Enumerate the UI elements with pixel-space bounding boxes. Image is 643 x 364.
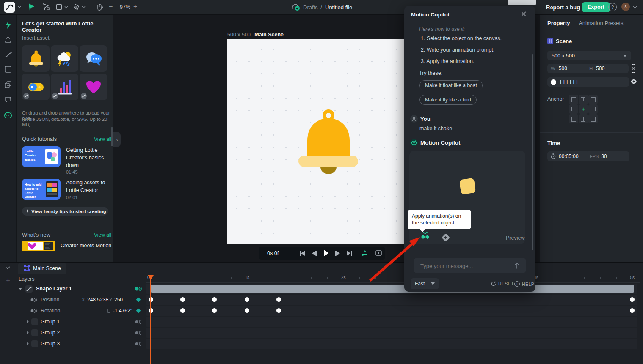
background-color-field[interactable]: FFFFFF xyxy=(547,77,629,87)
property-name[interactable]: Rotation xyxy=(41,308,61,314)
tutorial-title-l1[interactable]: Adding assets to xyxy=(66,180,105,186)
group-expand-arrow-icon[interactable] xyxy=(26,342,29,345)
group-name[interactable]: Group 2 xyxy=(41,330,60,336)
scene-canvas[interactable] xyxy=(227,39,433,244)
tutorial-title-l1[interactable]: Getting Lottie xyxy=(66,147,97,153)
pen-tool-chevron-icon[interactable] xyxy=(82,6,86,8)
zoom-out-button[interactable]: − xyxy=(109,3,113,11)
group-expand-arrow-icon[interactable] xyxy=(26,331,29,334)
easing-curve-icon[interactable] xyxy=(5,52,12,58)
shape-tool-chevron-icon[interactable] xyxy=(64,6,68,8)
link-dimensions-icon[interactable] xyxy=(631,64,636,73)
anchor-middle-right[interactable] xyxy=(588,104,598,114)
tutorial-title-l3[interactable]: down xyxy=(66,162,79,168)
file-name[interactable]: Untitled file xyxy=(325,4,352,11)
position-x-value[interactable]: 248.5238 xyxy=(87,297,108,303)
tab-main-scene[interactable]: Main Scene xyxy=(18,263,66,274)
asset-tile-chat[interactable] xyxy=(80,45,107,72)
tab-property[interactable]: Property xyxy=(547,20,570,26)
duplicate-scene-icon[interactable] xyxy=(5,81,12,88)
track-group-3[interactable] xyxy=(146,339,637,349)
anchor-bottom-left[interactable] xyxy=(569,114,578,123)
property-name[interactable]: Position xyxy=(41,297,59,303)
keyframe-diamond-icon[interactable] xyxy=(135,308,141,314)
position-y-value[interactable]: 250 xyxy=(114,297,123,303)
group-name[interactable]: Group 3 xyxy=(41,341,60,347)
add-layer-button[interactable]: + xyxy=(4,276,12,284)
anchor-bottom-center[interactable] xyxy=(579,114,588,123)
breadcrumb-drafts[interactable]: Drafts xyxy=(303,4,318,11)
node-select-tool-icon[interactable] xyxy=(43,3,50,11)
copilot-launcher-partial[interactable] xyxy=(508,0,536,5)
layer-name[interactable]: Shape Layer 1 xyxy=(36,286,72,292)
suggestion-chip-fly[interactable]: Make it fly like a bird xyxy=(419,95,477,105)
tab-animation-presets[interactable]: Animation Presets xyxy=(579,20,624,26)
message-input[interactable] xyxy=(414,258,526,273)
export-button[interactable]: Export xyxy=(582,2,610,12)
skip-start-button[interactable] xyxy=(299,250,305,256)
preview-link[interactable]: Preview xyxy=(506,235,524,241)
asset-tile-toggle[interactable] xyxy=(22,74,50,100)
pen-tool-icon[interactable] xyxy=(73,3,80,11)
report-bug-link[interactable]: Report a bug xyxy=(546,4,580,11)
tutorial-thumbnail[interactable]: How to add assets to Lottie Creator xyxy=(22,179,61,200)
help-button-copilot[interactable]: i HELP xyxy=(514,281,534,287)
layer-animate-toggle-on[interactable] xyxy=(135,287,142,291)
avatar[interactable]: s xyxy=(621,3,630,11)
visibility-eye-icon[interactable] xyxy=(630,79,637,84)
zoom-level[interactable]: 97% xyxy=(120,4,130,10)
group-expand-arrow-icon[interactable] xyxy=(26,320,29,323)
layer-animate-toggle-off[interactable] xyxy=(135,320,142,324)
get-started-icon[interactable] xyxy=(5,21,11,29)
track-position[interactable] xyxy=(146,295,637,305)
app-logo[interactable] xyxy=(4,2,15,13)
asset-tile-bar-chart[interactable] xyxy=(51,74,78,100)
layer-expand-arrow-icon[interactable] xyxy=(19,287,22,290)
fps-field[interactable]: FPS 30 xyxy=(586,151,629,161)
anchor-top-right[interactable] xyxy=(588,95,598,104)
scene-name-label[interactable]: Main Scene xyxy=(254,32,284,38)
anchor-middle-left[interactable] xyxy=(569,104,578,114)
anchor-center[interactable]: + xyxy=(579,104,588,114)
logo-menu-chevron-icon[interactable] xyxy=(17,5,22,8)
timeline-collapse-chevron-icon[interactable] xyxy=(5,266,10,270)
select-tool-icon[interactable] xyxy=(28,3,35,11)
suggestion-chip-float[interactable]: Make it float like a boat xyxy=(419,80,483,90)
asset-tile-bell[interactable] xyxy=(22,45,50,72)
shape-tool-icon[interactable] xyxy=(56,4,62,10)
group-name[interactable]: Group 1 xyxy=(41,319,60,325)
text-tool-icon[interactable] xyxy=(5,66,11,73)
size-preset-dropdown[interactable]: 500 x 500 xyxy=(547,51,631,60)
hand-tool-icon[interactable] xyxy=(96,3,103,11)
comments-icon[interactable] xyxy=(5,96,12,104)
account-chevron-icon[interactable] xyxy=(633,6,637,9)
rotation-value[interactable]: -1.4762° xyxy=(113,308,132,314)
layer-animate-toggle-off[interactable] xyxy=(135,331,142,335)
close-icon[interactable] xyxy=(521,11,526,16)
tutorial-title-l2[interactable]: Creator's basics xyxy=(66,155,104,161)
width-field[interactable]: W 500 xyxy=(547,64,590,73)
tutorial-thumbnail[interactable]: Lottie Creator Basics xyxy=(22,146,61,167)
track-rotation[interactable] xyxy=(146,306,637,316)
zoom-in-button[interactable]: + xyxy=(133,3,137,11)
track-group-2[interactable] xyxy=(146,328,637,338)
whats-new-thumbnail[interactable] xyxy=(22,241,55,251)
whats-new-item-title[interactable]: Creator meets Motion xyxy=(61,243,111,249)
sidebar-collapse-handle[interactable]: ‹ xyxy=(113,132,121,147)
track-group-1[interactable] xyxy=(146,317,637,327)
step-back-button[interactable] xyxy=(311,250,317,256)
send-icon[interactable] xyxy=(514,262,520,269)
reset-button[interactable]: RESET xyxy=(491,281,514,286)
anchor-top-left[interactable] xyxy=(569,95,578,104)
layer-animate-toggle-off[interactable] xyxy=(135,342,142,346)
duration-field[interactable]: 00:05:00 xyxy=(547,151,590,161)
bell-graphic[interactable] xyxy=(298,109,358,174)
add-keyframe-button[interactable] xyxy=(441,233,450,242)
height-field[interactable]: H 500 xyxy=(586,64,629,73)
whats-new-view-all[interactable]: View all xyxy=(94,232,111,238)
asset-tile-weather[interactable] xyxy=(51,45,78,72)
copilot-scrollbar[interactable] xyxy=(532,54,533,250)
view-tips-button[interactable]: View handy tips to start creating xyxy=(22,207,108,216)
tutorial-title-l2[interactable]: Lottie Creator xyxy=(66,187,98,193)
anchor-top-center[interactable] xyxy=(579,95,588,104)
